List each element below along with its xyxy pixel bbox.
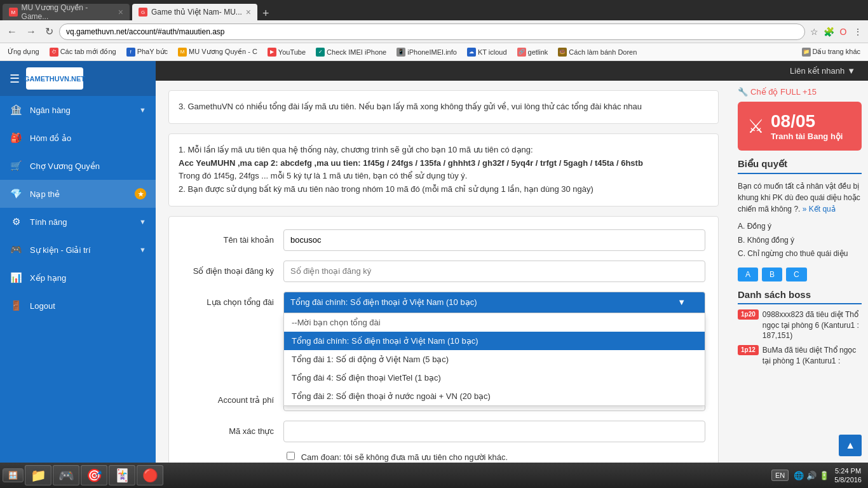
sidebar-item-logout[interactable]: 🚪 Logout xyxy=(0,292,156,320)
form-section: Tên tài khoản Số điện thoại đăng ký Lựa … xyxy=(168,216,719,463)
browser-tab-1[interactable]: M MU Vương Quyền - Game... × xyxy=(3,4,130,20)
sidebar-item-tinh-nang[interactable]: ⚙ Tính năng ▼ xyxy=(0,208,156,236)
opera-icon[interactable]: O xyxy=(837,25,850,38)
bookmark-mu-label: MU Vương Quyền - C xyxy=(189,48,257,56)
dropdown-option-1[interactable]: Tổng đài 1: Số di động ở Việt Nam (5 bạc… xyxy=(284,350,705,369)
main-content: 3. GamethuVN có nhiều tổng đài lấy mã ưu… xyxy=(156,81,731,463)
dropdown-option-placeholder[interactable]: --Mời bạn chọn tổng đài xyxy=(284,313,705,332)
extensions-icon[interactable]: 🧩 xyxy=(822,25,835,38)
note2-text: 1. Mỗi lần lấy mã ưu tiên qua hệ thống n… xyxy=(179,144,709,157)
sidebar-nav: 🏦 Ngân hàng ▼ 🎒 Hòm đồ ảo 🛒 Chợ Vương Qu… xyxy=(0,96,156,463)
operator-row: Lựa chọn tổng đài Tổng đài chính: Số điệ… xyxy=(182,292,705,313)
right-panel: 🔧 Chế độ FULL +15 ⚔ 08/05 Tranh tài Bang… xyxy=(731,81,868,463)
tab1-close[interactable]: × xyxy=(118,7,123,17)
bookmark-phay[interactable]: f PhaY bức xyxy=(123,46,172,58)
account-input[interactable] xyxy=(283,229,705,251)
ma-xac-thuc-label: Mã xác thực xyxy=(182,426,283,436)
bookmark-banh-label: Cách làm bánh Doren xyxy=(569,48,637,56)
event-banner[interactable]: ⚔ 08/05 Tranh tài Bang hội xyxy=(738,102,862,151)
account-label: Tên tài khoản xyxy=(182,235,283,245)
tab2-close[interactable]: × xyxy=(246,7,251,17)
tinh-nang-label: Tính năng xyxy=(30,217,132,227)
taskbar-clock: 5:24 PM 5/8/2016 xyxy=(834,466,862,485)
forward-button[interactable]: → xyxy=(23,25,39,39)
operator-selected-text: Tổng đài chính: Số điện thoại ở Việt Nam… xyxy=(290,297,477,307)
phone-input[interactable] xyxy=(283,261,705,282)
taskbar-date-value: 5/8/2016 xyxy=(834,475,862,484)
poll-btn-c[interactable]: C xyxy=(786,268,807,281)
bookmark-star-icon[interactable]: ☆ xyxy=(808,25,820,38)
sidebar-item-su-kien[interactable]: 🎮 Sự kiện - Giải trí ▼ xyxy=(0,236,156,264)
taskbar-app-explorer[interactable]: 📁 xyxy=(25,465,51,485)
hom-do-ao-label: Hòm đồ ảo xyxy=(30,133,146,143)
new-tab-button[interactable]: + xyxy=(257,7,275,20)
tab2-favicon: G xyxy=(139,8,147,17)
back-button[interactable]: ← xyxy=(4,25,20,39)
bookmark-imei[interactable]: ✓ Check IMEI iPhone xyxy=(312,46,390,58)
cam-doan-checkbox[interactable] xyxy=(287,452,295,460)
ma-xac-thuc-input[interactable] xyxy=(283,421,705,442)
poll-buttons: A B C xyxy=(738,268,862,281)
taskbar-app-game4[interactable]: 🔴 xyxy=(137,465,163,485)
bookmark-tabs[interactable]: ⏱ Các tab mới đồng xyxy=(46,46,120,58)
bookmark-apps-label: Ứng dụng xyxy=(8,48,39,56)
event-info: 08/05 Tranh tài Bang hội xyxy=(771,111,843,141)
ngan-hang-label: Ngân hàng xyxy=(30,105,132,115)
browser-tab-2[interactable]: G Game thủ Việt Nam- MU... × xyxy=(132,4,257,20)
poll-btn-b[interactable]: B xyxy=(762,268,782,281)
bookmark-mu[interactable]: M MU Vương Quyền - C xyxy=(174,46,261,58)
windows-icon: 🪟 xyxy=(8,471,18,480)
bookmark-apps[interactable]: Ứng dụng xyxy=(4,46,43,57)
nap-the-label: Nạp thẻ xyxy=(30,189,127,199)
address-bar[interactable] xyxy=(59,24,805,40)
info-box-1: 3. GamethuVN có nhiều tổng đài lấy mã ưu… xyxy=(168,90,719,124)
boss-list-title: Danh sách boss xyxy=(738,289,862,304)
bookmarks-bar: Ứng dụng ⏱ Các tab mới đồng f PhaY bức M… xyxy=(0,43,868,61)
bookmark-iphone-favicon: 📱 xyxy=(397,48,405,57)
sidebar-item-xep-hang[interactable]: 📊 Xếp hạng xyxy=(0,264,156,292)
taskbar-app-game1[interactable]: 🎮 xyxy=(53,465,79,485)
sidebar-item-hom-do-ao[interactable]: 🎒 Hòm đồ ảo xyxy=(0,124,156,152)
battery-icon: 🔋 xyxy=(819,471,829,480)
phone-row: Số điện thoại đăng ký xyxy=(182,261,705,282)
sidebar: ☰ GAMETHUVN.NET 🏦 Ngân hàng ▼ 🎒 Hòm đồ ả… xyxy=(0,61,156,463)
bookmark-phay-label: PhaY bức xyxy=(137,48,168,56)
sidebar-item-ngan-hang[interactable]: 🏦 Ngân hàng ▼ xyxy=(0,96,156,124)
bookmark-phay-favicon: f xyxy=(126,48,135,57)
poll-btn-a[interactable]: A xyxy=(738,268,758,281)
volume-icon: 🔊 xyxy=(806,471,817,480)
operator-selected[interactable]: Tổng đài chính: Số điện thoại ở Việt Nam… xyxy=(283,292,705,313)
scroll-top-button[interactable]: ▲ xyxy=(839,435,862,456)
dropdown-option-chinh[interactable]: Tổng đài chính: Số điện thoại ở Việt Nam… xyxy=(284,332,705,350)
browser-toolbar: ← → ↻ ☆ 🧩 O ⋮ xyxy=(0,20,868,43)
checkbox-row: Cam đoan: tôi sẽ không đưa mã ưu tiên ch… xyxy=(287,452,705,462)
start-button[interactable]: 🪟 xyxy=(3,468,24,482)
taskbar-time-value: 5:24 PM xyxy=(834,466,862,475)
ma-xac-thuc-row: Mã xác thực xyxy=(182,421,705,442)
taskbar-app-game3[interactable]: 🃏 xyxy=(109,465,135,485)
wrench-icon: 🔧 xyxy=(738,87,748,97)
poll-result-link[interactable]: » Kết quả xyxy=(803,205,836,214)
full-mode-link[interactable]: 🔧 Chế độ FULL +15 xyxy=(738,87,862,97)
dropdown-option-4[interactable]: Tổng đài 4: Số điện thoại VietTel (1 bạc… xyxy=(284,369,705,387)
taskbar-app-game2[interactable]: 🎯 xyxy=(81,465,107,485)
site-logo[interactable]: GAMETHUVN.NET xyxy=(26,67,83,90)
lang-indicator: EN xyxy=(771,470,789,481)
bookmark-banh[interactable]: 🍩 Cách làm bánh Doren xyxy=(554,46,641,58)
dropdown-option-2[interactable]: Tổng đài 2: Số điện thoại ở nước ngoài +… xyxy=(284,387,705,405)
bookmark-more[interactable]: 📁 Dấu trang khác xyxy=(798,46,864,58)
menu-icon[interactable]: ⋮ xyxy=(851,25,864,38)
hamburger-icon[interactable]: ☰ xyxy=(10,72,20,86)
sidebar-item-nap-the[interactable]: 💎 Nạp thẻ ★ xyxy=(0,180,156,208)
sidebar-item-cho[interactable]: 🛒 Chợ Vương Quyền xyxy=(0,152,156,180)
bookmark-icloud[interactable]: ☁ KT icloud xyxy=(463,46,511,58)
boss1-text: 0988xxx823 đã tiêu diệt Thổ ngọc tại phò… xyxy=(763,309,862,341)
refresh-button[interactable]: ↻ xyxy=(42,24,57,39)
bookmark-getlink[interactable]: 🔗 getlink xyxy=(513,46,552,58)
top-bar-link[interactable]: Liên kết nhanh ▼ xyxy=(790,66,855,76)
bookmark-youtube[interactable]: ▶ YouTube xyxy=(264,46,309,58)
bookmark-iphone[interactable]: 📱 iPhoneIMEI.info xyxy=(393,46,461,58)
poll-section: Biểu quyết Bạn có muốn tất cả nhân vật đ… xyxy=(738,158,862,281)
cam-doan-text: Cam đoan: tôi sẽ không đưa mã ưu tiên ch… xyxy=(301,452,508,462)
bookmark-youtube-favicon: ▶ xyxy=(268,48,276,57)
